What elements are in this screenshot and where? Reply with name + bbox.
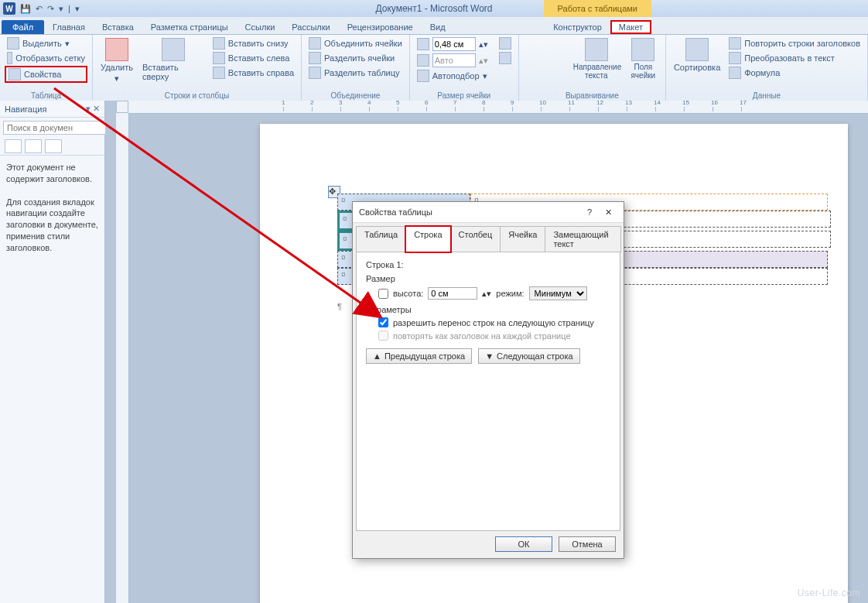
text-direction-button[interactable]: Направление текста bbox=[570, 36, 623, 81]
redo-icon[interactable]: ↷ bbox=[47, 4, 54, 14]
insert-below-icon bbox=[213, 37, 225, 50]
delete-button[interactable]: Удалить▾ bbox=[97, 36, 136, 85]
autofit-icon bbox=[417, 70, 429, 82]
cancel-button[interactable]: Отмена bbox=[559, 536, 616, 552]
dialog-title: Свойства таблицы bbox=[359, 207, 432, 217]
ruler-horizontal[interactable]: 1234567891011121314151617 bbox=[128, 101, 868, 114]
qat-dropdown-icon[interactable]: ▾ bbox=[75, 4, 80, 14]
tab-references[interactable]: Ссылки bbox=[237, 20, 284, 34]
dialog-body: Строка 1: Размер высота: ▴▾ режим: Миним… bbox=[356, 252, 620, 531]
nav-view-pages[interactable] bbox=[25, 139, 42, 153]
tab-review[interactable]: Рецензирование bbox=[339, 20, 422, 34]
tab-view[interactable]: Вид bbox=[422, 20, 454, 34]
next-row-button[interactable]: ▼Следующая строка bbox=[478, 348, 579, 364]
ok-button[interactable]: ОК bbox=[495, 536, 552, 552]
ruler-corner[interactable] bbox=[116, 101, 128, 113]
distribute-cols-button[interactable] bbox=[497, 51, 514, 65]
align-bc[interactable] bbox=[538, 66, 552, 80]
dtab-alttext[interactable]: Замещающий текст bbox=[545, 226, 621, 252]
align-tl[interactable] bbox=[524, 36, 538, 50]
nav-view-headings[interactable] bbox=[5, 139, 22, 153]
nav-title: Навигация bbox=[5, 104, 46, 114]
dtab-cell[interactable]: Ячейка bbox=[500, 226, 545, 252]
undo-icon[interactable]: ↶ bbox=[36, 4, 43, 14]
ruler-vertical[interactable] bbox=[116, 113, 129, 603]
merge-icon bbox=[309, 37, 321, 50]
align-br[interactable] bbox=[553, 66, 567, 80]
table-properties-dialog: Свойства таблицы ? ✕ Таблица Строка Стол… bbox=[352, 201, 624, 559]
tab-page-layout[interactable]: Разметка страницы bbox=[142, 20, 237, 34]
height-input[interactable] bbox=[428, 287, 477, 300]
nav-search-input[interactable] bbox=[3, 121, 118, 135]
nav-dropdown-icon[interactable]: ▾ ✕ bbox=[86, 104, 100, 114]
height-checkbox[interactable] bbox=[378, 289, 388, 299]
table-tools-context: Работа с таблицами bbox=[544, 0, 651, 17]
cursor-icon bbox=[7, 37, 19, 50]
cell-margins-button[interactable]: Поля ячейки bbox=[626, 36, 661, 81]
align-mr[interactable] bbox=[553, 51, 567, 65]
split-table-icon bbox=[309, 67, 321, 79]
align-tr[interactable] bbox=[553, 36, 567, 50]
split-cells-button[interactable]: Разделить ячейки bbox=[306, 51, 405, 65]
grid-icon bbox=[7, 52, 12, 64]
formula-icon bbox=[729, 67, 741, 79]
dialog-close-icon[interactable]: ✕ bbox=[599, 207, 617, 218]
qat-customize-icon[interactable]: ▾ bbox=[59, 4, 63, 14]
dialog-help-icon[interactable]: ? bbox=[580, 207, 599, 217]
dtab-row[interactable]: Строка bbox=[405, 226, 450, 252]
alignment-grid bbox=[524, 36, 567, 80]
gridlines-button[interactable]: Отобразить сетку bbox=[5, 51, 87, 65]
select-button[interactable]: Выделить ▾ bbox=[5, 36, 87, 50]
group-merge: Объединить ячейки Разделить ячейки Разде… bbox=[302, 35, 410, 101]
row-height-field[interactable]: ▴▾ bbox=[415, 36, 490, 52]
insert-above-button[interactable]: Вставить сверху bbox=[139, 36, 207, 83]
tab-insert[interactable]: Вставка bbox=[94, 20, 142, 34]
height-spinner-icon[interactable]: ▴▾ bbox=[482, 289, 491, 299]
insert-below-button[interactable]: Вставить снизу bbox=[210, 36, 296, 50]
repeat-headers-button[interactable]: Повторить строки заголовков bbox=[726, 36, 863, 50]
save-icon[interactable]: 💾 bbox=[20, 4, 31, 14]
nav-header: Навигация ▾ ✕ bbox=[0, 101, 104, 118]
text-direction-icon bbox=[585, 38, 608, 61]
sort-button[interactable]: Сортировка bbox=[671, 36, 723, 74]
height-icon bbox=[417, 38, 429, 50]
dialog-titlebar[interactable]: Свойства таблицы ? ✕ bbox=[353, 202, 624, 223]
paragraph-mark: ¶ bbox=[337, 302, 342, 311]
dtab-table[interactable]: Таблица bbox=[356, 226, 406, 252]
align-mc[interactable] bbox=[538, 51, 552, 65]
tab-home[interactable]: Главная bbox=[44, 20, 94, 34]
tab-design[interactable]: Конструктор bbox=[545, 20, 610, 34]
align-tc[interactable] bbox=[538, 36, 552, 50]
ribbon: Выделить ▾ Отобразить сетку Свойства Таб… bbox=[0, 35, 868, 102]
distribute-rows-button[interactable] bbox=[497, 36, 514, 50]
mode-select[interactable]: Минимум bbox=[529, 286, 587, 300]
spinner-icon[interactable]: ▴▾ bbox=[479, 39, 488, 50]
align-bl[interactable] bbox=[524, 66, 538, 80]
tab-layout[interactable]: Макет bbox=[610, 20, 651, 34]
prev-row-button[interactable]: ▲Предыдущая строка bbox=[366, 348, 472, 364]
window-title: Документ1 - Microsoft Word bbox=[0, 3, 868, 14]
dtab-column[interactable]: Столбец bbox=[450, 226, 501, 252]
qat-sep: | bbox=[68, 4, 70, 14]
align-ml[interactable] bbox=[524, 51, 538, 65]
size-section-label: Размер bbox=[366, 274, 610, 283]
insert-left-button[interactable]: Вставить слева bbox=[210, 51, 296, 65]
merge-cells-button[interactable]: Объединить ячейки bbox=[306, 36, 405, 50]
nav-message: Этот документ не содержит заголовков. Дл… bbox=[0, 156, 104, 260]
autofit-button[interactable]: Автоподбор ▾ bbox=[415, 69, 490, 83]
wrap-checkbox[interactable] bbox=[378, 317, 388, 327]
formula-button[interactable]: Формула bbox=[726, 66, 863, 80]
wrap-label: разрешить перенос строк на следующую стр… bbox=[393, 318, 594, 327]
nav-view-results[interactable] bbox=[45, 139, 62, 153]
file-tab[interactable]: Файл bbox=[2, 20, 44, 34]
mode-label: режим: bbox=[496, 289, 524, 298]
dist-rows-icon bbox=[499, 37, 511, 50]
properties-button[interactable]: Свойства bbox=[5, 66, 87, 83]
row-height-input[interactable] bbox=[432, 37, 476, 51]
split-table-button[interactable]: Разделить таблицу bbox=[306, 66, 405, 80]
tab-mailings[interactable]: Рассылки bbox=[283, 20, 338, 34]
arrow-down-icon: ▼ bbox=[485, 351, 494, 361]
to-text-button[interactable]: Преобразовать в текст bbox=[726, 51, 863, 65]
repeat-headers-icon bbox=[729, 37, 741, 50]
insert-right-button[interactable]: Вставить справа bbox=[210, 66, 296, 80]
